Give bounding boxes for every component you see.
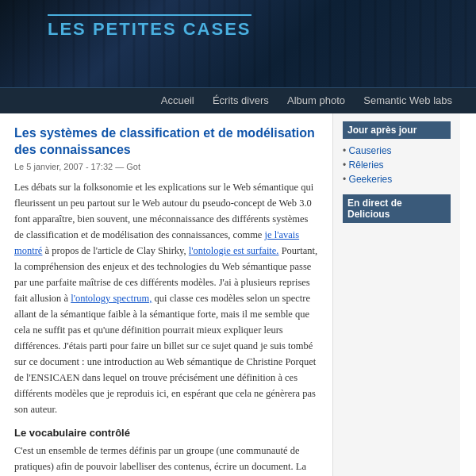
- sidebar-section-title-delicious: En direct de Delicious: [343, 194, 451, 223]
- sidebar-link-causeries[interactable]: Causeries: [343, 144, 451, 158]
- main-wrapper: Les systèmes de classification et de mod…: [0, 113, 476, 476]
- main-nav: Accueil Écrits divers Album photo Semant…: [0, 87, 476, 113]
- sidebar-link-geekeries[interactable]: Geekeries: [343, 172, 451, 186]
- sidebar-link-releries[interactable]: Rêleries: [343, 158, 451, 172]
- main-content: Les systèmes de classification et de mod…: [0, 113, 333, 476]
- nav-ecrits[interactable]: Écrits divers: [213, 94, 269, 106]
- site-header: LES PETITES CASES: [0, 0, 476, 87]
- section-heading-vocabulaire: Le vocabulaire contrôlé: [14, 427, 318, 439]
- sidebar: Jour après jour Causeries Rêleries Geeke…: [333, 113, 460, 476]
- link-ontologie[interactable]: l'ontologie est surfaite.: [189, 245, 279, 256]
- section-para-vocabulaire-1: C'est un ensemble de termes définis par …: [14, 443, 318, 476]
- article-body: Les débats sur la folksonomie et les exp…: [14, 179, 318, 476]
- article-title: Les systèmes de classification et de mod…: [14, 125, 318, 159]
- article-intro-paragraph: Les débats sur la folksonomie et les exp…: [14, 179, 318, 417]
- article-meta: Le 5 janvier, 2007 - 17:32 — Got: [14, 162, 318, 171]
- site-title[interactable]: LES PETITES CASES: [48, 14, 251, 40]
- sidebar-section-title-jour: Jour après jour: [343, 121, 451, 139]
- nav-accueil[interactable]: Accueil: [161, 94, 194, 106]
- link-ontology-spectrum[interactable]: l'ontology spectrum,: [71, 293, 152, 304]
- header-background: [0, 0, 476, 87]
- nav-album[interactable]: Album photo: [287, 94, 345, 106]
- nav-semantic[interactable]: Semantic Web labs: [363, 94, 452, 106]
